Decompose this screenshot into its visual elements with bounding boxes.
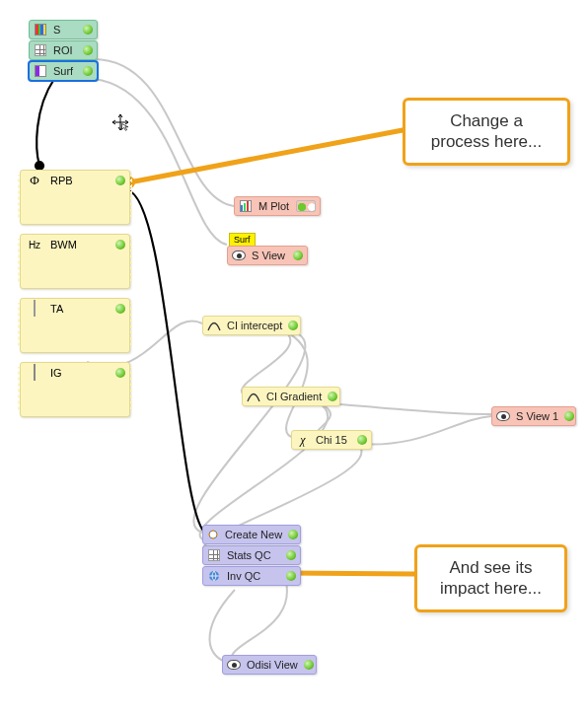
- status-dot-icon: [83, 45, 93, 55]
- node-label: S: [49, 24, 77, 36]
- node-label: S View 1: [512, 410, 558, 422]
- process-node-chi15[interactable]: χ Chi 15: [291, 430, 372, 450]
- process-node-ci-intercept[interactable]: CI intercept: [202, 316, 301, 335]
- status-dot-icon: [286, 550, 296, 560]
- status-dot-icon: [115, 304, 125, 314]
- status-dot-icon: [564, 411, 574, 421]
- status-dot-icon: [293, 250, 303, 260]
- node-label: S View: [248, 250, 287, 261]
- node-label: BWM: [44, 239, 110, 250]
- curve-icon: [207, 319, 221, 332]
- source-node-surf[interactable]: Surf: [29, 61, 98, 81]
- status-dot-icon: [357, 435, 367, 445]
- sticky-label: Surf: [234, 235, 251, 245]
- callout-line: process here...: [419, 131, 553, 152]
- svg-line-2: [286, 573, 414, 574]
- callout-line: impact here...: [431, 578, 551, 599]
- status-dot-icon: [83, 25, 93, 35]
- node-label: CI Gradient: [262, 391, 322, 402]
- node-label: M Plot: [255, 200, 296, 212]
- callout-impact: And see its impact here...: [414, 544, 567, 612]
- source-node-s[interactable]: S: [29, 20, 98, 39]
- output-node-create-new[interactable]: Create New: [202, 525, 301, 544]
- status-dot-icon: [115, 240, 125, 250]
- palette-icon: [34, 23, 47, 36]
- node-label: IG: [44, 367, 110, 379]
- chart-icon: [239, 199, 253, 213]
- status-dot-icon: [304, 660, 314, 670]
- status-dot-icon: [286, 571, 296, 581]
- grid-icon: [207, 548, 221, 562]
- node-label: Stats QC: [223, 549, 280, 561]
- phi-symbol-icon: Φ: [25, 173, 44, 188]
- node-label: TA: [44, 303, 110, 315]
- sparkle-icon: [207, 528, 219, 541]
- globe-icon: [207, 569, 221, 583]
- process-node-rpb[interactable]: Φ RPB: [20, 170, 130, 225]
- status-dot-icon: [296, 200, 316, 212]
- view-node-sview[interactable]: S View: [227, 246, 308, 265]
- status-dot-icon: [115, 368, 125, 378]
- eye-icon: [496, 409, 510, 423]
- status-dot-icon: [115, 176, 125, 185]
- node-label: Chi 15: [312, 434, 351, 446]
- curve-icon: [247, 390, 260, 403]
- svg-point-5: [209, 531, 217, 538]
- grid-icon: [34, 43, 47, 57]
- node-label: ROI: [49, 44, 77, 56]
- callout-line: And see its: [431, 557, 551, 578]
- node-label: RPB: [44, 175, 110, 186]
- node-label: Odisi View: [243, 659, 298, 671]
- process-node-bwm[interactable]: Hz BWM: [20, 234, 130, 289]
- callout-line: Change a: [419, 110, 553, 131]
- source-node-roi[interactable]: ROI: [29, 40, 98, 60]
- hz-symbol-icon: Hz: [25, 240, 44, 250]
- eye-icon: [232, 249, 246, 262]
- status-dot-icon: [328, 392, 337, 401]
- output-node-inv-qc[interactable]: Inv QC: [202, 566, 301, 586]
- node-label: Surf: [49, 65, 77, 77]
- node-label: CI intercept: [223, 320, 282, 331]
- book-icon: [34, 64, 47, 78]
- callout-change-process: Change a process here...: [403, 98, 570, 166]
- node-label: Inv QC: [223, 570, 280, 582]
- svg-line-1: [129, 130, 403, 182]
- chi-symbol-icon: χ: [296, 433, 310, 447]
- view-node-sview1[interactable]: S View 1: [491, 406, 576, 426]
- ta-symbol-icon: [25, 301, 44, 317]
- process-node-ig[interactable]: IG: [20, 362, 130, 417]
- status-dot-icon: [288, 530, 298, 539]
- output-node-odisi-view[interactable]: Odisi View: [222, 655, 317, 675]
- svg-point-0: [36, 162, 43, 170]
- process-node-ta[interactable]: TA: [20, 298, 130, 353]
- process-node-ci-gradient[interactable]: CI Gradient: [242, 387, 340, 406]
- output-node-stats-qc[interactable]: Stats QC: [202, 545, 301, 565]
- node-label: Create New: [221, 529, 282, 540]
- chart-icon: [25, 365, 44, 381]
- status-dot-icon: [83, 66, 93, 76]
- status-dot-icon: [288, 321, 298, 330]
- eye-icon: [227, 658, 241, 672]
- workflow-canvas[interactable]: S ROI Surf Φ RPB Hz BWM: [0, 0, 588, 715]
- move-cursor-icon: [111, 113, 129, 131]
- view-node-mplot[interactable]: M Plot: [234, 196, 321, 216]
- sticky-note: Surf: [229, 233, 256, 247]
